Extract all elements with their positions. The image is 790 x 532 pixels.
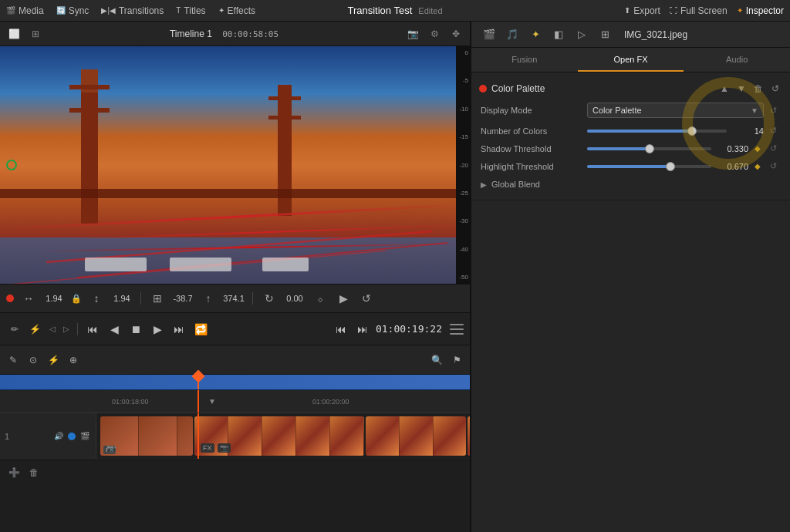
prev-marker[interactable]: ⏮ [333, 321, 349, 338]
anchor-icon[interactable]: ⬦ [312, 290, 329, 307]
rotate-icon[interactable]: ↻ [261, 290, 278, 307]
clip-golden-gate-3[interactable] [468, 416, 470, 456]
transform-icon[interactable]: ✥ [448, 26, 464, 42]
loop-button[interactable]: 🔁 [192, 321, 209, 338]
next-marker[interactable]: ⏭ [354, 321, 371, 338]
highlight-thumb[interactable] [666, 162, 675, 171]
shadow-value: 0.330 [717, 144, 748, 153]
stop-button[interactable]: ⏹ [127, 321, 144, 338]
settings-icon[interactable]: ⚙ [427, 26, 442, 42]
collapse-down[interactable]: ▼ [734, 82, 748, 96]
track-indicator [68, 433, 76, 440]
highlight-slider[interactable] [587, 165, 711, 168]
edit-tool[interactable]: ✏ [6, 321, 23, 338]
tab-fusion[interactable]: Fusion [471, 48, 578, 72]
track-film[interactable]: 🎬 [79, 430, 91, 443]
track-speaker[interactable]: 🔊 [52, 430, 65, 443]
display-mode-select[interactable]: Color Palette ▼ [587, 103, 764, 118]
nav-prev[interactable]: ◁ [48, 325, 57, 333]
bottom-controls: ➕ 🗑 [0, 460, 470, 484]
tl-edit[interactable]: ✎ [5, 352, 22, 369]
shadow-reset[interactable]: ↺ [770, 143, 781, 153]
shadow-label: Shadow Threshold [481, 144, 581, 153]
step-back[interactable]: ◀ [106, 321, 123, 338]
sync-menu[interactable]: 🔄 Sync [56, 5, 89, 16]
num-colors-fill [587, 130, 692, 133]
transform-y-icon[interactable]: ↕ [88, 290, 105, 307]
tl-blade[interactable]: ⚡ [45, 352, 62, 369]
scrubber-fill [0, 375, 470, 389]
blade-tool[interactable]: ⚡ [26, 321, 43, 338]
shadow-keyframe[interactable]: ◆ [755, 144, 764, 153]
tl-add[interactable]: ⊕ [65, 352, 82, 369]
media-menu[interactable]: 🎬 Media [6, 5, 44, 16]
inspector-button[interactable]: ✦ Inspector [737, 5, 784, 16]
audio-icon[interactable]: 🎵 [504, 26, 521, 43]
tab-audio[interactable]: Audio [684, 48, 790, 72]
media-icon: 📷 [218, 443, 231, 453]
transform-x-icon[interactable]: ↔ [20, 290, 37, 307]
lock-icon[interactable]: 🔒 [71, 294, 82, 304]
pos-y-icon[interactable]: ↑ [200, 290, 217, 307]
clip-frame [177, 416, 193, 456]
project-title: Transition Test [347, 5, 412, 16]
effects-menu[interactable]: ✦ Effects [218, 5, 255, 16]
fullscreen-button[interactable]: ⛶ Full Screen [670, 5, 728, 16]
export-button[interactable]: ⬆ Export [624, 5, 660, 16]
tl-flag[interactable]: ⚑ [448, 352, 465, 369]
skip-to-start[interactable]: ⏮ [84, 321, 101, 338]
highlight-reset[interactable]: ↺ [770, 161, 781, 171]
tl-zoom[interactable]: 🔍 [428, 352, 445, 369]
titles-menu[interactable]: T Titles [176, 5, 205, 16]
pos-icon[interactable]: ⊞ [149, 290, 166, 307]
display-mode-reset[interactable]: ↺ [770, 106, 781, 116]
timeline-ruler: 01:00:18:00 ▼ 01:00:20:00 01:00:22:00 [0, 390, 470, 413]
clip-frame [228, 416, 262, 456]
track-content-1: FX 📷 FX 📷 [100, 413, 470, 459]
shadow-slider[interactable] [587, 147, 711, 150]
display-mode-row: Display Mode Color Palette ▼ ↺ [471, 99, 790, 122]
highlight-value: 0.670 [717, 162, 748, 171]
dropdown-arrow[interactable]: ▼ [208, 397, 216, 406]
bc-zoom-out[interactable]: ➕ [6, 465, 22, 480]
reset-icon[interactable]: ↺ [358, 290, 375, 307]
global-blend-row[interactable]: ▶ Global Blend [471, 175, 790, 194]
camera-icon[interactable]: 📷 [405, 26, 420, 42]
num-colors-slider[interactable] [587, 130, 727, 133]
shadow-fill [587, 147, 650, 150]
transport-bar: ✏ ⚡ ◁ ▷ ⏮ ◀ ⏹ ▶ ⏭ 🔁 ⏮ ⏭ 01:00:19:22 [0, 313, 470, 345]
collapse-up[interactable]: ▲ [717, 82, 731, 96]
top-bar: 🎬 Media 🔄 Sync ▶|◀ Transitions T Titles … [0, 0, 790, 22]
highlight-keyframe[interactable]: ◆ [755, 162, 764, 170]
delete-effect[interactable]: 🗑 [751, 82, 765, 96]
stabilize-icon[interactable]: ⊞ [596, 26, 613, 43]
reset-effect[interactable]: ↺ [768, 82, 782, 96]
play-icon[interactable]: ▶ [335, 290, 352, 307]
num-colors-reset[interactable]: ↺ [770, 126, 781, 136]
inspector-panel-header: 🎬 🎵 ✦ ◧ ▷ ⊞ IMG_3021.jpeg [471, 22, 790, 48]
viewer-area: ⬜ ⊞ Timeline 1 00:00:58:05 📷 ⚙ ✥ [0, 22, 470, 284]
skip-to-end[interactable]: ⏭ [170, 321, 187, 338]
left-panel: ⬜ ⊞ Timeline 1 00:00:58:05 📷 ⚙ ✥ [0, 22, 471, 532]
tab-openfx[interactable]: Open FX [578, 48, 684, 72]
magic-wand-icon[interactable]: ✦ [527, 26, 544, 43]
transitions-menu[interactable]: ▶|◀ Transitions [101, 5, 164, 16]
num-colors-thumb[interactable] [687, 126, 697, 136]
tl-select[interactable]: ⊙ [25, 352, 42, 369]
global-blend-label: Global Blend [491, 180, 540, 189]
bc-delete[interactable]: 🗑 [26, 465, 42, 480]
effects-icon[interactable]: ◧ [550, 26, 567, 43]
play-button[interactable]: ▶ [149, 321, 166, 338]
fx-label: FX [201, 443, 214, 453]
viewer-toolbar: ↔ 1.94 🔒 ↕ 1.94 ⊞ -38.7 ↑ 374.1 ↻ 0.00 ⬦… [0, 284, 470, 313]
white-bar-3 [262, 258, 309, 271]
shadow-thumb[interactable] [645, 144, 654, 153]
scrubber-bar[interactable] [0, 375, 470, 390]
video-icon[interactable]: 🎬 [481, 26, 498, 43]
hamburger-menu[interactable] [450, 324, 464, 335]
nav-next[interactable]: ▷ [62, 325, 71, 333]
motion-icon[interactable]: ▷ [573, 26, 590, 43]
clip-golden-gate-2[interactable] [366, 416, 466, 456]
separator2 [252, 292, 253, 305]
dropdown-chevron: ▼ [751, 106, 758, 115]
